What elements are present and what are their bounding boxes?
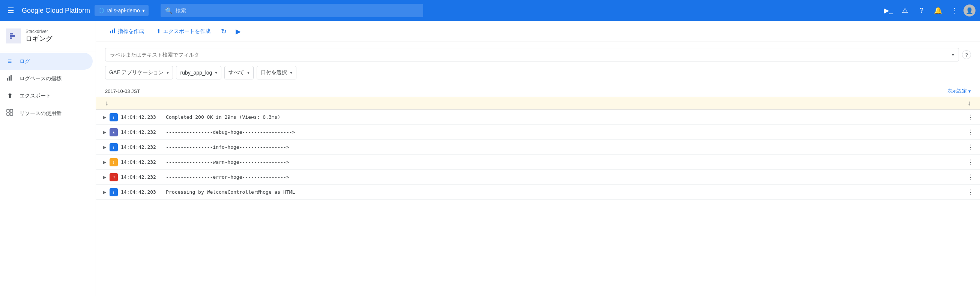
- alert-icon[interactable]: ⚠: [897, 3, 912, 18]
- level-badge-0: i: [110, 113, 118, 121]
- upload-icon: ⬆: [156, 28, 161, 35]
- stackdriver-logo: [6, 28, 21, 43]
- table-row[interactable]: ▶ !! 14:04:42.232 ----------------error-…: [96, 170, 980, 185]
- more-options-2[interactable]: ⋮: [964, 142, 977, 153]
- display-settings-arrow: ▾: [968, 89, 971, 94]
- table-row[interactable]: ▶ ! 14:04:42.232 ----------------warn-ho…: [96, 155, 980, 170]
- log-message-1: ----------------debug-hoge--------------…: [166, 129, 964, 135]
- project-chevron-icon: ▾: [142, 8, 145, 13]
- brand-name: Google Cloud Platform: [22, 7, 90, 14]
- resource-arrow-icon: ▾: [167, 70, 169, 75]
- play-icon: ▶: [235, 27, 241, 36]
- display-settings-button[interactable]: 表示設定 ▾: [947, 88, 971, 94]
- table-row[interactable]: ▶ i 14:04:42.233 Completed 200 OK in 29m…: [96, 110, 980, 125]
- log-time-0: 14:04:42.233: [121, 114, 166, 120]
- sidebar-item-label-usage: リソースの使用量: [19, 110, 62, 117]
- filter-dropdown-arrow[interactable]: ▾: [952, 52, 954, 57]
- create-metric-label: 指標を作成: [118, 28, 144, 35]
- log-message-4: ----------------error-hoge--------------…: [166, 174, 964, 180]
- usage-icon: [6, 109, 14, 118]
- expand-icon-3[interactable]: ▶: [99, 160, 110, 165]
- create-export-button[interactable]: ⬆ エクスポートを作成: [151, 25, 215, 38]
- level-arrow-icon: ▾: [247, 70, 250, 75]
- log-message-2: ----------------info-hoge---------------…: [166, 144, 964, 150]
- log-date: 2017-10-03 JST: [105, 89, 140, 94]
- arrow-down-right-icon: ↓: [967, 99, 971, 107]
- expand-icon-2[interactable]: ▶: [99, 145, 110, 150]
- svg-rect-0: [10, 33, 13, 35]
- arrow-down-left-icon: ↓: [105, 99, 108, 107]
- log-message-3: ----------------warn-hoge---------------…: [166, 159, 964, 165]
- search-input[interactable]: [176, 8, 419, 13]
- project-selector[interactable]: ⬡ rails-api-demo ▾: [95, 5, 149, 16]
- more-options-5[interactable]: ⋮: [964, 187, 977, 198]
- log-message-5: Processing by WelcomeController#hoge as …: [166, 189, 964, 195]
- bar-chart-icon: [110, 28, 116, 35]
- level-badge-4: !!: [110, 173, 118, 181]
- play-button[interactable]: ▶: [232, 24, 244, 39]
- sidebar-item-usage[interactable]: リソースの使用量: [0, 104, 93, 122]
- svg-rect-2: [10, 38, 12, 39]
- logs-icon: ≡: [6, 57, 14, 65]
- toolbar: 指標を作成 ⬆ エクスポートを作成 ↻ ▶: [96, 21, 980, 42]
- terminal-icon[interactable]: ▶⎯: [881, 3, 896, 18]
- level-badge-3: !: [110, 158, 118, 166]
- sidebar-item-logs[interactable]: ≡ ログ: [0, 53, 93, 70]
- svg-rect-3: [7, 78, 8, 81]
- resource-label: GAE アプリケーション: [109, 69, 164, 76]
- nav-icons: ▶⎯ ⚠ ? 🔔 ⋮ 👤: [881, 3, 975, 18]
- svg-rect-11: [112, 30, 113, 33]
- level-badge-1: ▲: [110, 128, 118, 136]
- help-icon[interactable]: ?: [914, 3, 929, 18]
- log-table: 2017-10-03 JST 表示設定 ▾ ↓ ↓ ▶ i 14:04:42.2…: [96, 85, 980, 200]
- log-time-2: 14:04:42.232: [121, 144, 166, 150]
- notification-icon[interactable]: 🔔: [931, 3, 945, 18]
- level-badge-2: i: [110, 143, 118, 151]
- table-row[interactable]: ▶ i 14:04:42.203 Processing by WelcomeCo…: [96, 185, 980, 200]
- avatar[interactable]: 👤: [964, 5, 975, 16]
- level-badge-5: i: [110, 188, 118, 196]
- table-row[interactable]: ▶ i 14:04:42.232 ----------------info-ho…: [96, 140, 980, 155]
- expand-icon-5[interactable]: ▶: [99, 190, 110, 195]
- log-time-1: 14:04:42.232: [121, 129, 166, 135]
- more-options-3[interactable]: ⋮: [964, 157, 977, 168]
- resource-selector[interactable]: GAE アプリケーション ▾: [105, 66, 173, 79]
- svg-rect-1: [10, 35, 15, 37]
- svg-rect-4: [9, 76, 10, 81]
- sidebar-divider: [0, 51, 95, 51]
- filter-input-container: ▾: [105, 48, 959, 62]
- log-arrow-icon: ▾: [215, 70, 217, 75]
- log-label: ruby_app_log: [180, 70, 212, 76]
- create-metric-button[interactable]: 指標を作成: [105, 25, 149, 38]
- expand-icon-4[interactable]: ▶: [99, 175, 110, 180]
- more-options-4[interactable]: ⋮: [964, 172, 977, 183]
- sidebar-item-label-export: エクスポート: [19, 93, 51, 99]
- log-time-5: 14:04:42.203: [121, 189, 166, 195]
- refresh-button[interactable]: ↻: [218, 24, 230, 39]
- more-options-1[interactable]: ⋮: [964, 127, 977, 138]
- refresh-icon: ↻: [221, 27, 227, 36]
- filter-input[interactable]: [110, 52, 952, 58]
- log-time-3: 14:04:42.232: [121, 159, 166, 165]
- export-icon: ⬆: [6, 92, 14, 100]
- filter-help-icon[interactable]: ?: [962, 50, 971, 59]
- expand-icon-1[interactable]: ▶: [99, 130, 110, 135]
- level-selector[interactable]: すべて ▾: [224, 66, 254, 79]
- date-arrow-icon: ▾: [290, 70, 292, 75]
- svg-rect-6: [7, 109, 10, 112]
- more-options-0[interactable]: ⋮: [964, 112, 977, 123]
- sidebar-item-label-logs: ログ: [19, 58, 30, 65]
- search-icon: 🔍: [165, 7, 173, 14]
- date-selector[interactable]: 日付を選択 ▾: [257, 66, 296, 79]
- sidebar-item-export[interactable]: ⬆ エクスポート: [0, 87, 93, 104]
- top-navigation: ☰ Google Cloud Platform ⬡ rails-api-demo…: [0, 0, 980, 21]
- expand-icon-0[interactable]: ▶: [99, 115, 110, 120]
- project-name: rails-api-demo: [107, 8, 140, 13]
- log-message-0: Completed 200 OK in 29ms (Views: 0.3ms): [166, 114, 964, 120]
- sidebar-item-metrics[interactable]: ログベースの指標: [0, 70, 93, 87]
- log-selector[interactable]: ruby_app_log ▾: [176, 66, 221, 79]
- table-row[interactable]: ▶ ▲ 14:04:42.232 ----------------debug-h…: [96, 125, 980, 140]
- menu-icon[interactable]: ☰: [5, 3, 17, 18]
- log-date-row: 2017-10-03 JST 表示設定 ▾: [96, 85, 980, 97]
- more-icon[interactable]: ⋮: [947, 3, 962, 18]
